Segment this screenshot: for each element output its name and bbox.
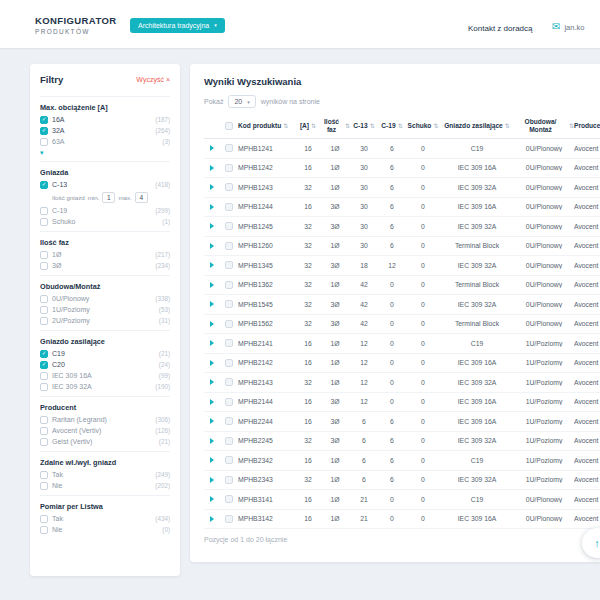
expand-row-icon[interactable] <box>210 399 214 405</box>
filter-option[interactable]: ✓16A(187) <box>40 116 170 124</box>
filter-option[interactable]: 63A(3) <box>40 138 170 146</box>
row-checkbox[interactable] <box>225 476 233 484</box>
table-row[interactable]: MPHB3141161Ø2100C190U/PionowyAvocent <box>204 490 600 510</box>
row-checkbox[interactable] <box>225 144 233 152</box>
checkbox[interactable] <box>40 383 48 391</box>
table-row[interactable]: MPHB2342161Ø660C191U/PoziomyAvocent <box>204 451 600 471</box>
expand-row-icon[interactable] <box>210 379 214 385</box>
row-checkbox[interactable] <box>225 456 233 464</box>
expand-row-icon[interactable] <box>210 496 214 502</box>
expand-row-icon[interactable] <box>210 184 214 190</box>
filter-option[interactable]: Geist (Vertiv)(21) <box>40 438 170 446</box>
row-checkbox[interactable] <box>225 437 233 445</box>
table-row[interactable]: MPHB2144163Ø1200IEC 309 16A1U/PoziomyAvo… <box>204 393 600 413</box>
table-row[interactable]: MPHB1243321Ø3060IEC 309 32A0U/PionowyAvo… <box>204 178 600 198</box>
column-header-schuko[interactable]: Schuko⇅ <box>406 122 440 130</box>
row-checkbox[interactable] <box>225 339 233 347</box>
checkbox[interactable]: ✓ <box>40 181 48 189</box>
expand-row-icon[interactable] <box>210 418 214 424</box>
checkbox[interactable] <box>40 515 48 523</box>
expand-row-icon[interactable] <box>210 516 214 522</box>
checkbox[interactable] <box>40 306 48 314</box>
sort-icon[interactable]: ⇅ <box>283 122 288 129</box>
expand-row-icon[interactable] <box>210 360 214 366</box>
checkbox[interactable] <box>40 295 48 303</box>
checkbox[interactable] <box>40 251 48 259</box>
column-header-producent[interactable]: Producent⇅ <box>574 122 600 130</box>
row-checkbox[interactable] <box>225 203 233 211</box>
sort-icon[interactable]: ⇅ <box>311 122 316 129</box>
table-row[interactable]: MPHB2245323Ø660IEC 309 32A1U/PoziomyAvoc… <box>204 432 600 452</box>
filter-option[interactable]: Tak(249) <box>40 471 170 479</box>
filter-option[interactable]: 2U/Poziomy(31) <box>40 317 170 325</box>
row-checkbox[interactable] <box>225 300 233 308</box>
expand-row-icon[interactable] <box>210 321 214 327</box>
expand-row-icon[interactable] <box>210 243 214 249</box>
checkbox[interactable] <box>40 372 48 380</box>
filter-option[interactable]: IEC 309 16A(99) <box>40 372 170 380</box>
expand-row-icon[interactable] <box>210 145 214 151</box>
checkbox[interactable] <box>40 482 48 490</box>
user-email-chip[interactable]: ✉ jan.ko <box>552 22 584 32</box>
table-row[interactable]: MPHB1245323Ø3060IEC 309 32A0U/PionowyAvo… <box>204 217 600 237</box>
page-size-select[interactable]: 20 ▾ <box>228 95 255 108</box>
sort-icon[interactable]: ⇅ <box>433 122 438 129</box>
table-row[interactable]: MPHB1242161Ø3060IEC 309 16A0U/PionowyAvo… <box>204 159 600 179</box>
table-row[interactable]: MPHB1241161Ø3060C190U/PionowyAvocent <box>204 139 600 159</box>
column-header-ilosc-faz[interactable]: Ilość faz⇅ <box>320 118 350 133</box>
clear-filters-button[interactable]: Wyczyść × <box>136 76 170 83</box>
column-header-kod-produktu[interactable]: Kod produktu⇅ <box>238 122 296 130</box>
contact-advisor-link[interactable]: Kontakt z doradcą <box>468 24 532 33</box>
sort-icon[interactable]: ⇅ <box>370 122 375 129</box>
sort-icon[interactable]: ⇅ <box>398 122 403 129</box>
sort-icon[interactable]: ⇅ <box>505 122 510 129</box>
checkbox[interactable] <box>40 218 48 226</box>
row-checkbox[interactable] <box>225 515 233 523</box>
checkbox[interactable] <box>40 317 48 325</box>
filter-option[interactable]: ✓C19(21) <box>40 350 170 358</box>
row-checkbox[interactable] <box>225 222 233 230</box>
filter-option[interactable]: 0U/Pionowy(338) <box>40 295 170 303</box>
expand-more-icon[interactable]: ▾ <box>40 149 170 156</box>
expand-row-icon[interactable] <box>210 457 214 463</box>
expand-row-icon[interactable] <box>210 165 214 171</box>
filter-option[interactable]: ✓32A(264) <box>40 127 170 135</box>
table-row[interactable]: MPHB2141161Ø1200C191U/PoziomyAvocent <box>204 334 600 354</box>
filter-option[interactable]: ✓C20(24) <box>40 361 170 369</box>
table-row[interactable]: MPHB1562323Ø4200Terminal Block0U/Pionowy… <box>204 315 600 335</box>
table-row[interactable]: MPHB1260321Ø3060Terminal Block0U/Pionowy… <box>204 237 600 257</box>
filter-option[interactable]: Nie(202) <box>40 482 170 490</box>
select-all-checkbox[interactable] <box>225 122 233 130</box>
table-row[interactable]: MPHB1345323Ø18120IEC 309 32A0U/PionowyAv… <box>204 256 600 276</box>
column-header-c13[interactable]: C-13⇅ <box>350 122 378 130</box>
expand-row-icon[interactable] <box>210 477 214 483</box>
expand-row-icon[interactable] <box>210 438 214 444</box>
table-row[interactable]: MPHB2143321Ø1200IEC 309 32A1U/PoziomyAvo… <box>204 373 600 393</box>
filter-option[interactable]: Avocent (Vertiv)(126) <box>40 427 170 435</box>
range-max-input[interactable] <box>135 192 148 203</box>
expand-row-icon[interactable] <box>210 301 214 307</box>
row-checkbox[interactable] <box>225 398 233 406</box>
expand-row-icon[interactable] <box>210 340 214 346</box>
checkbox[interactable]: ✓ <box>40 127 48 135</box>
checkbox[interactable] <box>40 526 48 534</box>
filter-option[interactable]: 1Ø(217) <box>40 251 170 259</box>
checkbox[interactable] <box>40 471 48 479</box>
row-checkbox[interactable] <box>225 261 233 269</box>
filter-option[interactable]: Raritan (Legrand)(306) <box>40 416 170 424</box>
row-checkbox[interactable] <box>225 281 233 289</box>
expand-row-icon[interactable] <box>210 282 214 288</box>
filter-option[interactable]: IEC 309 32A(190) <box>40 383 170 391</box>
checkbox[interactable] <box>40 138 48 146</box>
row-checkbox[interactable] <box>225 320 233 328</box>
table-row[interactable]: MPHB1362321Ø4200Terminal Block0U/Pionowy… <box>204 276 600 296</box>
filter-option[interactable]: C-19(299) <box>40 207 170 215</box>
expand-row-icon[interactable] <box>210 262 214 268</box>
expand-row-icon[interactable] <box>210 204 214 210</box>
filter-option[interactable]: Nie(0) <box>40 526 170 534</box>
table-row[interactable]: MPHB3142161Ø2100IEC 309 16A0U/PionowyAvo… <box>204 510 600 530</box>
row-checkbox[interactable] <box>225 164 233 172</box>
table-row[interactable]: MPHB1545323Ø4200IEC 309 32A0U/PionowyAvo… <box>204 295 600 315</box>
table-row[interactable]: MPHB2142161Ø1200IEC 309 16A1U/PoziomyAvo… <box>204 354 600 374</box>
column-header-gniazdo-zasilajace[interactable]: Gniazdo zasilające⇅ <box>440 122 514 130</box>
